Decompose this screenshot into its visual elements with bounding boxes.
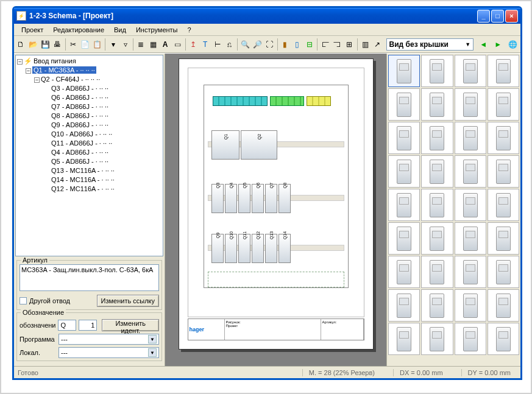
tree-item[interactable]: Q7 - AD866J - · ·· ··: [17, 102, 161, 111]
tree-item[interactable]: Q6 - AD866J - · ·· ··: [17, 93, 161, 102]
menu-project[interactable]: Проект: [18, 25, 47, 35]
tree-item[interactable]: Q2 - CF464J - ·· ·· ··: [41, 76, 100, 83]
palette-item[interactable]: [421, 256, 453, 288]
tree-item[interactable]: Q9 - AD866J - · ·· ··: [17, 121, 161, 130]
palette-item[interactable]: [421, 189, 453, 221]
globe-icon[interactable]: 🌐: [506, 38, 519, 51]
dim-icon[interactable]: ⊢: [211, 38, 223, 51]
program-combo[interactable]: ---▼: [59, 334, 159, 345]
tree-item[interactable]: Q3 - AD866J - · ·· ··: [17, 84, 161, 93]
component1-icon[interactable]: ▮: [280, 38, 291, 51]
palette-item[interactable]: [421, 88, 453, 121]
module[interactable]: Q14: [278, 234, 291, 263]
palette-item[interactable]: [388, 323, 420, 355]
zoom-in-icon[interactable]: 🔍: [239, 38, 251, 51]
palette-item[interactable]: [421, 155, 453, 188]
palette-item[interactable]: [455, 55, 486, 87]
export-icon[interactable]: ↗: [372, 38, 383, 51]
module[interactable]: Q4: [225, 184, 237, 213]
module[interactable]: Q11: [238, 234, 250, 263]
tree-item[interactable]: Q11 - AD866J - · ·· ··: [17, 139, 161, 148]
designation-letter-input[interactable]: [58, 320, 76, 331]
arrow-up-icon[interactable]: ↥: [187, 38, 199, 51]
change-ident-button[interactable]: Изменить идент.: [102, 319, 159, 331]
module[interactable]: Q7: [265, 184, 277, 213]
palette-item[interactable]: [455, 122, 486, 154]
text-icon[interactable]: A: [160, 38, 171, 51]
menu-view[interactable]: Вид: [110, 25, 130, 35]
palette-item[interactable]: [455, 323, 486, 355]
palette-item[interactable]: [388, 122, 420, 154]
palette-item[interactable]: [388, 289, 420, 322]
paste-icon[interactable]: 📋: [91, 38, 103, 51]
module[interactable]: Q3: [211, 184, 224, 213]
palette-item[interactable]: [421, 122, 453, 154]
module[interactable]: Q6: [252, 184, 264, 213]
other-tap-checkbox[interactable]: [20, 297, 27, 304]
terminal-icon[interactable]: ⊟: [303, 38, 315, 51]
palette-item[interactable]: [388, 55, 420, 87]
palette-item[interactable]: [455, 256, 486, 288]
tree-view[interactable]: −⚡Ввод питания −Q1 - MC363A - ·· ·· ·· −…: [15, 55, 163, 256]
module[interactable]: Q9: [211, 234, 224, 263]
view-prev-icon[interactable]: ◄: [477, 38, 490, 51]
module[interactable]: Q10: [225, 234, 237, 263]
view-selector[interactable]: Вид без крышки ▼: [386, 38, 474, 51]
palette-item[interactable]: [421, 222, 453, 255]
module[interactable]: Q13: [265, 234, 277, 263]
minimize-button[interactable]: _: [477, 10, 490, 23]
palette-item[interactable]: [455, 88, 486, 121]
align2-icon[interactable]: ⫎: [332, 38, 343, 51]
tree-item-selected[interactable]: Q1 - MC363A - ·· ·· ··: [32, 66, 96, 74]
menu-edit[interactable]: Редактирование: [49, 25, 108, 35]
tree-item[interactable]: Q10 - AD866J - · ·· ··: [17, 130, 161, 139]
menu-help[interactable]: ?: [184, 25, 195, 35]
palette-item[interactable]: [488, 122, 519, 154]
zoom-out-icon[interactable]: 🔎: [252, 38, 263, 51]
palette-item[interactable]: [455, 189, 486, 221]
frame-icon[interactable]: ▭: [172, 38, 183, 51]
terminal-block[interactable]: [307, 96, 331, 106]
palette-item[interactable]: [488, 55, 519, 87]
collapse-icon[interactable]: −: [34, 77, 40, 83]
palette-item[interactable]: [388, 88, 420, 121]
text-tool-icon[interactable]: T: [199, 38, 211, 51]
filter2-icon[interactable]: ▿: [119, 38, 131, 51]
tree-item[interactable]: Q5 - AD866J - · ·· ··: [17, 157, 161, 166]
tree-item[interactable]: Q12 - MC116A - · ·· ··: [17, 185, 161, 194]
module[interactable]: Q12: [252, 234, 264, 263]
zoom-fit-icon[interactable]: ⛶: [264, 38, 275, 51]
maximize-button[interactable]: □: [491, 10, 504, 23]
palette-item[interactable]: [488, 323, 519, 355]
copy-icon[interactable]: 📄: [79, 38, 91, 51]
canvas-area[interactable]: Q1 Q2 Q3 Q4 Q5 Q6 Q7 Q8: [165, 54, 386, 366]
tree-item[interactable]: Q4 - AD866J - · ·· ··: [17, 148, 161, 157]
close-button[interactable]: ×: [505, 10, 518, 23]
align1-icon[interactable]: ⫍: [319, 38, 331, 51]
palette-item[interactable]: [455, 155, 486, 188]
palette-item[interactable]: [388, 189, 420, 221]
distribute-icon[interactable]: ⊞: [344, 38, 355, 51]
article-text[interactable]: [20, 264, 159, 291]
designation-number-input[interactable]: [79, 320, 97, 331]
palette-item[interactable]: [488, 222, 519, 255]
palette-item[interactable]: [488, 289, 519, 322]
module[interactable]: Q5: [238, 184, 250, 213]
palette-item[interactable]: [488, 189, 519, 221]
palette-item[interactable]: [488, 88, 519, 121]
list-icon[interactable]: ≣: [135, 38, 147, 51]
open-icon[interactable]: 📂: [27, 38, 39, 51]
local-combo[interactable]: ---▼: [59, 347, 159, 358]
palette-item[interactable]: [488, 256, 519, 288]
new-icon[interactable]: 🗋: [15, 38, 27, 51]
palette-item[interactable]: [421, 323, 453, 355]
tree-item[interactable]: Q14 - MC116A - · ·· ··: [17, 175, 161, 185]
save-icon[interactable]: 💾: [40, 38, 51, 51]
change-link-button[interactable]: Изменить ссылку: [97, 295, 159, 307]
tree-item[interactable]: Q8 - AD866J - · ·· ··: [17, 111, 161, 121]
collapse-icon[interactable]: −: [26, 68, 31, 74]
module-q1[interactable]: Q1: [211, 130, 239, 160]
palette-item[interactable]: [421, 289, 453, 322]
terminal-block[interactable]: [270, 96, 304, 106]
part-icon[interactable]: ▥: [360, 38, 371, 51]
